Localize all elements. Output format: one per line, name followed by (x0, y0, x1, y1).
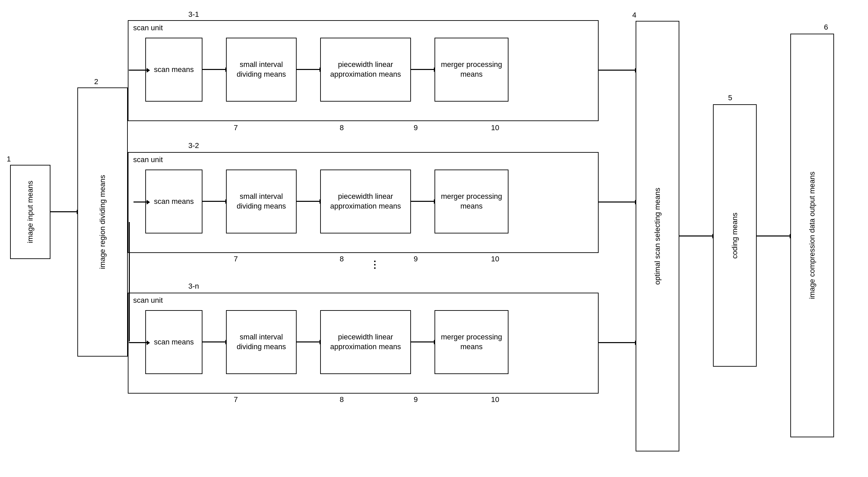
label-10-2: 10 (491, 255, 499, 263)
label-31: 3-1 (188, 10, 199, 19)
arrow-sm-1 (203, 69, 226, 70)
coding-means-label: coding means (730, 213, 740, 259)
arrow-si-pw-2 (297, 201, 320, 202)
label-7-2: 7 (234, 255, 238, 263)
arrow-2-su2 (133, 202, 147, 203)
merger-1: merger processing means (434, 38, 508, 101)
label-7-1: 7 (234, 123, 238, 132)
label-1: 1 (7, 155, 11, 163)
merger-2-label: merger processing means (435, 192, 508, 211)
image-region-dividing-label: image region dividing means (98, 175, 107, 269)
scan-unit-2: scan unit scan means small interval divi… (128, 152, 599, 253)
coding-means-box: coding means (713, 104, 757, 367)
scan-means-1: scan means (145, 38, 203, 101)
merger-1-label: merger processing means (435, 60, 508, 79)
label-6: 6 (824, 23, 828, 32)
arrow-2-sun (129, 342, 147, 343)
arrow-su1-out (599, 70, 636, 71)
label-5: 5 (728, 93, 732, 102)
arrow-coding-output (757, 236, 790, 237)
merger-n: merger processing means (434, 310, 508, 374)
arrow-pw-mg-2 (411, 201, 434, 202)
label-9-1: 9 (414, 123, 418, 132)
arrow-2-su1 (129, 70, 147, 71)
merger-n-label: merger processing means (435, 332, 508, 352)
small-interval-n-label: small interval dividing means (227, 332, 296, 352)
scan-unit-2-label: scan unit (133, 155, 163, 164)
label-8-1: 8 (340, 123, 344, 132)
label-8-2: 8 (340, 255, 344, 263)
ellipsis: ⋮ (370, 259, 379, 270)
arrow-opt-coding (679, 236, 713, 237)
label-32: 3-2 (188, 141, 199, 150)
label-10-1: 10 (491, 123, 499, 132)
piecewidth-1-label: piecewidth linear approximation means (321, 60, 410, 79)
scan-means-2-label: scan means (154, 197, 194, 207)
optimal-scan-label: optimal scan selecting means (653, 188, 662, 285)
label-4: 4 (632, 11, 636, 20)
scan-unit-n-label: scan unit (133, 296, 163, 305)
arrow-1-2 (51, 211, 78, 212)
arrow-pw-mg-n (411, 341, 434, 342)
scan-unit-1: scan unit scan means small interval divi… (128, 20, 599, 121)
piecewidth-n: piecewidth linear approximation means (320, 310, 411, 374)
scan-unit-n: scan unit scan means small interval divi… (128, 293, 599, 394)
image-compression-output-box: image compression data output means (790, 34, 834, 437)
small-interval-n: small interval dividing means (226, 310, 297, 374)
image-compression-output-label: image compression data output means (807, 172, 817, 299)
label-7-n: 7 (234, 395, 238, 404)
small-interval-1-label: small interval dividing means (227, 60, 296, 79)
piecewidth-n-label: piecewidth linear approximation means (321, 332, 410, 352)
scan-means-2: scan means (145, 170, 203, 234)
image-region-dividing-box: image region dividing means (78, 87, 128, 357)
label-2: 2 (94, 78, 98, 86)
small-interval-1: small interval dividing means (226, 38, 297, 101)
arrow-su2-out (599, 202, 636, 203)
optimal-scan-box: optimal scan selecting means (636, 21, 679, 451)
piecewidth-2-label: piecewidth linear approximation means (321, 192, 410, 211)
label-9-2: 9 (414, 255, 418, 263)
piecewidth-2: piecewidth linear approximation means (320, 170, 411, 234)
scan-means-1-label: scan means (154, 65, 194, 75)
small-interval-2: small interval dividing means (226, 170, 297, 234)
label-8-n: 8 (340, 395, 344, 404)
arrow-sm-2 (203, 201, 226, 202)
arrow-sm-n (203, 341, 226, 342)
scan-means-n-label: scan means (154, 337, 194, 347)
arrow-si-pw-n (297, 341, 320, 342)
arrow-pw-mg-1 (411, 69, 434, 70)
scan-means-n: scan means (145, 310, 203, 374)
arrow-si-pw-1 (297, 69, 320, 70)
scan-unit-1-label: scan unit (133, 24, 163, 32)
diagram: image input means 1 image region dividin… (0, 0, 868, 477)
label-9-n: 9 (414, 395, 418, 404)
small-interval-2-label: small interval dividing means (227, 192, 296, 211)
merger-2: merger processing means (434, 170, 508, 234)
piecewidth-1: piecewidth linear approximation means (320, 38, 411, 101)
label-3n: 3-n (188, 282, 199, 291)
image-input-label: image input means (26, 181, 35, 243)
label-10-n: 10 (491, 395, 499, 404)
image-input-box: image input means (10, 165, 51, 259)
arrow-sun-out (599, 342, 636, 343)
